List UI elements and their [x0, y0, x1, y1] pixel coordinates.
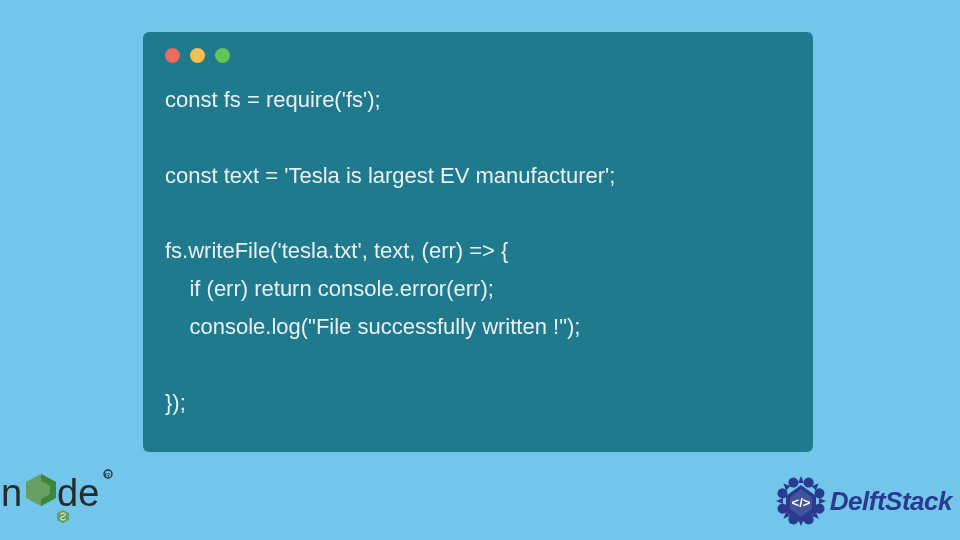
minimize-icon — [190, 48, 205, 63]
svg-text:n: n — [1, 472, 22, 514]
code-line: console.log("File successfully written !… — [165, 314, 580, 339]
code-window: const fs = require('fs'); const text = '… — [143, 32, 813, 452]
svg-marker-7 — [798, 476, 804, 483]
svg-text:de: de — [57, 472, 99, 514]
code-line: fs.writeFile('tesla.txt', text, (err) =>… — [165, 238, 508, 263]
svg-marker-9 — [819, 498, 826, 504]
code-line: if (err) return console.error(err); — [165, 276, 494, 301]
code-line: const fs = require('fs'); — [165, 87, 381, 112]
code-block: const fs = require('fs'); const text = '… — [165, 81, 791, 421]
code-line: }); — [165, 390, 186, 415]
svg-text:R: R — [105, 471, 111, 480]
maximize-icon — [215, 48, 230, 63]
code-line: const text = 'Tesla is largest EV manufa… — [165, 163, 615, 188]
delftstack-label: DelftStack — [830, 486, 952, 517]
delftstack-logo: </> DelftStack — [774, 474, 952, 528]
svg-text:</>: </> — [791, 495, 810, 510]
svg-marker-13 — [776, 498, 783, 504]
delftstack-badge-icon: </> — [774, 474, 828, 528]
close-icon — [165, 48, 180, 63]
nodejs-logo-icon: n de R — [1, 454, 136, 532]
window-controls — [165, 48, 791, 63]
